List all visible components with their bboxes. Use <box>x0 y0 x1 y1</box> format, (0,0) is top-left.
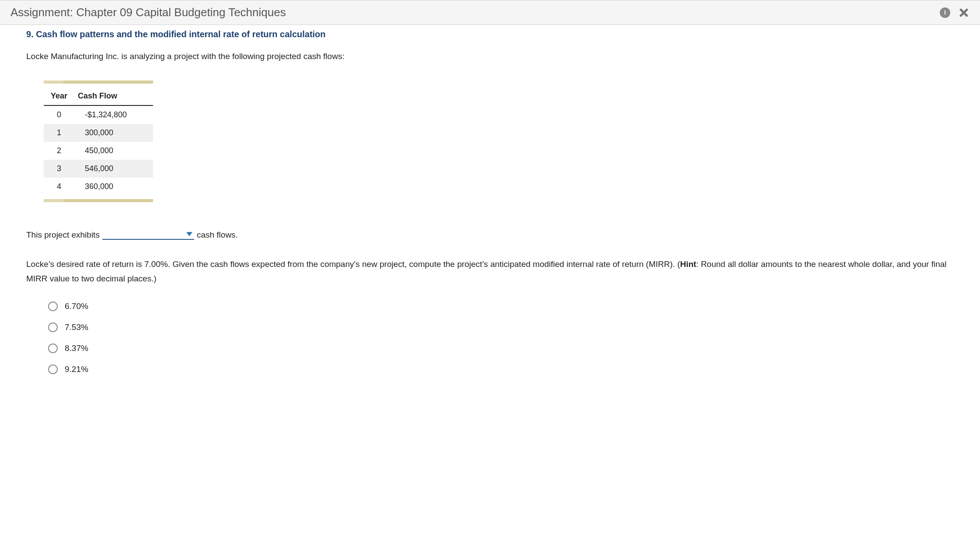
question-content: 9. Cash flow patterns and the modified i… <box>0 25 980 403</box>
question-heading: 9. Cash flow patterns and the modified i… <box>26 25 954 50</box>
cell-flow: 546,000 <box>74 160 153 178</box>
col-header-cashflow: Cash Flow <box>74 87 153 105</box>
table-top-accent <box>44 81 153 84</box>
mirr-text-before: Locke’s desired rate of return is 7.00%.… <box>26 259 680 269</box>
radio-icon <box>48 344 58 353</box>
cashflow-pattern-dropdown[interactable] <box>102 228 194 240</box>
table-row: 1 300,000 <box>44 124 153 142</box>
cell-year: 0 <box>44 105 74 124</box>
header-actions: i <box>940 7 970 18</box>
cell-flow: 450,000 <box>74 142 153 160</box>
cell-year: 3 <box>44 160 74 178</box>
option-label: 8.37% <box>65 344 88 353</box>
intro-text: Locke Manufacturing Inc. is analyzing a … <box>26 50 954 63</box>
option-row[interactable]: 7.53% <box>48 323 954 332</box>
cell-flow: -$1,324,800 <box>74 105 153 124</box>
answer-options: 6.70% 7.53% 8.37% 9.21% <box>26 302 954 374</box>
cell-year: 4 <box>44 178 74 196</box>
hint-label: Hint <box>680 259 696 269</box>
svg-marker-0 <box>186 232 192 236</box>
cell-flow: 300,000 <box>74 124 153 142</box>
mirr-instruction: Locke’s desired rate of return is 7.00%.… <box>26 257 954 286</box>
table-row: 2 450,000 <box>44 142 153 160</box>
close-icon[interactable] <box>958 7 970 18</box>
radio-icon <box>48 365 58 374</box>
table-row: 0 -$1,324,800 <box>44 105 153 124</box>
cashflow-table-wrap: Year Cash Flow 0 -$1,324,800 1 300,000 2… <box>44 81 153 202</box>
option-label: 7.53% <box>65 323 88 332</box>
radio-icon <box>48 323 58 332</box>
col-header-year: Year <box>44 87 74 105</box>
chevron-down-icon <box>186 231 192 237</box>
option-row[interactable]: 6.70% <box>48 302 954 311</box>
fill-blank-sentence: This project exhibits cash flows. <box>26 228 954 240</box>
option-label: 9.21% <box>65 365 88 374</box>
option-row[interactable]: 8.37% <box>48 344 954 353</box>
assignment-title: Assignment: Chapter 09 Capital Budgeting… <box>10 6 286 19</box>
cell-flow: 360,000 <box>74 178 153 196</box>
radio-icon <box>48 302 58 311</box>
cashflow-table: Year Cash Flow 0 -$1,324,800 1 300,000 2… <box>44 87 153 196</box>
blank-before-text: This project exhibits <box>26 230 100 240</box>
option-label: 6.70% <box>65 302 88 311</box>
blank-after-text: cash flows. <box>197 230 238 240</box>
cell-year: 2 <box>44 142 74 160</box>
table-row: 3 546,000 <box>44 160 153 178</box>
option-row[interactable]: 9.21% <box>48 365 954 374</box>
assignment-header: Assignment: Chapter 09 Capital Budgeting… <box>0 0 980 25</box>
table-header-row: Year Cash Flow <box>44 87 153 105</box>
table-row: 4 360,000 <box>44 178 153 196</box>
info-icon[interactable]: i <box>940 7 950 18</box>
cell-year: 1 <box>44 124 74 142</box>
table-bottom-accent <box>44 199 153 202</box>
